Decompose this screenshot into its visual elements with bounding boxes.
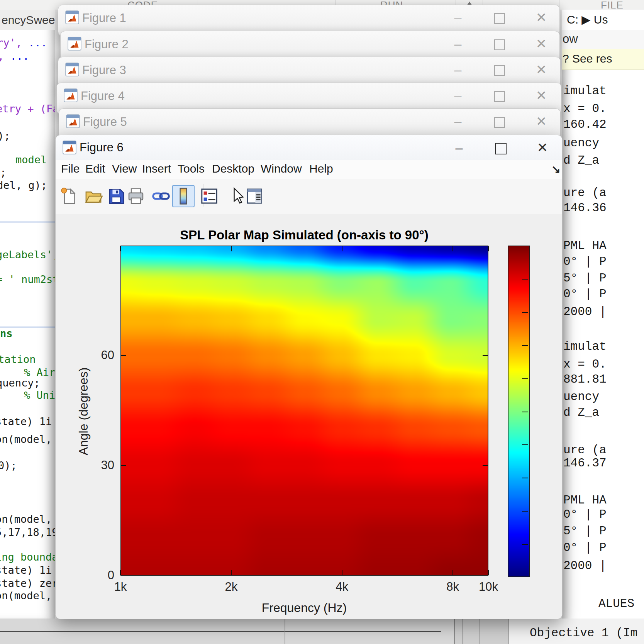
minimize-button[interactable]: – (444, 5, 471, 30)
code-text: 5,17,18,19, (0, 526, 55, 538)
y-tick-label: 60 (87, 348, 114, 362)
close-button[interactable]: ✕ (528, 5, 555, 30)
code-line: 5,17,18,19, (0, 526, 55, 539)
maximize-button[interactable] (486, 109, 513, 134)
code-text: on(model, (0, 513, 55, 525)
panel-divider (479, 619, 480, 644)
code-line: on(model, ' (0, 513, 55, 525)
colorbar-tick (522, 279, 528, 280)
command-output-line: 2000 | (563, 559, 607, 573)
figure6-canvas-area: SPL Polar Map Simulated (on-axis to 90°)… (56, 214, 562, 619)
command-window-panel: C: ▶ Us ow ? See res imulatx = 0.160.42u… (562, 10, 644, 644)
command-output-line: uency (563, 390, 599, 403)
breadcrumb-path[interactable]: C: ▶ Us (567, 13, 608, 26)
code-text: % Unif (24, 389, 55, 401)
code-text: ry', (0, 37, 22, 49)
code-line: ; (0, 166, 6, 179)
code-text: ); (0, 130, 10, 142)
command-output-line: uency (563, 136, 599, 150)
command-output-line: PML HA (563, 493, 607, 507)
breadcrumb[interactable]: C: ▶ Us (562, 10, 644, 30)
code-text: ; (0, 166, 6, 178)
code-text: etry + (Far (0, 103, 55, 115)
code-text: on(model, (0, 433, 55, 445)
code-text: , (0, 50, 4, 62)
figure-title: Figure 4 (81, 89, 125, 103)
minimize-button[interactable]: – (444, 57, 471, 82)
colorbar-tick (522, 511, 528, 512)
code-text: ns (0, 327, 13, 339)
code-line: on(model, " (0, 590, 55, 602)
command-output-line: imulat (563, 84, 607, 98)
close-button[interactable]: ✕ (528, 83, 555, 108)
maximize-button[interactable] (486, 57, 513, 82)
code-line: del, g); (0, 179, 47, 192)
code-line: quency; (0, 377, 40, 389)
x-tick (452, 570, 453, 575)
code-line: model (15, 154, 47, 166)
x-tick-top (120, 246, 121, 251)
colorbar-tick (522, 544, 528, 545)
y-tick-right (483, 465, 488, 466)
command-output-line: 0° | P (563, 255, 607, 268)
y-axis-label: Angle (degrees) (76, 350, 91, 473)
code-line: , ... (0, 50, 29, 63)
code-text: ... (4, 50, 29, 62)
y-tick-label: 0 (87, 568, 114, 582)
colorbar-tick (522, 378, 528, 379)
code-text: = ' num2st (0, 273, 55, 285)
maximize-button[interactable] (486, 5, 513, 30)
code-line: state) zero (0, 577, 55, 590)
colorbar-tick (522, 312, 528, 313)
command-output-line: 5° | P (563, 271, 607, 285)
matlab-desktop: CODERUNFILE encySweep ry', ..., ...etry … (0, 0, 644, 644)
code-line: tation (0, 353, 36, 366)
command-output-line: imulat (563, 340, 607, 353)
heatmap-canvas[interactable] (121, 246, 488, 575)
toolstrip-section-file: FILE (601, 0, 624, 10)
minimize-button[interactable]: – (444, 31, 471, 56)
code-line: on(model, ' (0, 433, 55, 446)
code-line: ); (0, 130, 10, 142)
x-tick-top (342, 246, 342, 251)
editor-tab-strip: encySweep (0, 10, 55, 30)
command-output-line: 881.81 (563, 373, 607, 386)
code-line: ing boundar (0, 551, 55, 563)
command-output-line: ure (a (563, 443, 607, 457)
code-line: etry + (Far (0, 103, 55, 115)
heatmap-plot[interactable] (120, 246, 488, 576)
close-button[interactable]: ✕ (528, 31, 555, 56)
colorbar-tick (522, 444, 528, 445)
resources-banner-text: ? See res (563, 52, 612, 65)
minimize-button[interactable]: – (444, 109, 471, 134)
minimize-button[interactable]: – (444, 83, 471, 108)
x-tick-label: 4k (325, 580, 359, 594)
code-text: ing boundar (0, 551, 55, 563)
x-tick (231, 570, 232, 575)
figure-title: Figure 5 (83, 115, 127, 129)
code-line: ry', ... (0, 37, 47, 49)
command-output-line: 160.42 (563, 118, 607, 131)
code-line: geLabels', (0, 249, 55, 261)
command-output-line: 146.36 (563, 201, 607, 215)
colorbar-tick (522, 412, 528, 412)
close-button[interactable]: ✕ (528, 57, 555, 82)
editor-panel: encySweep ry', ..., ...etry + (Far);mode… (0, 10, 55, 619)
x-tick-top (452, 246, 453, 251)
code-section-divider (0, 327, 55, 327)
code-text: quency; (0, 377, 40, 389)
plot-title: SPL Polar Map Simulated (on-axis to 90°) (150, 228, 459, 242)
panel-divider (463, 619, 463, 644)
resources-banner[interactable]: ? See res (562, 49, 644, 70)
x-axis-label: Frequency (Hz) (227, 601, 381, 615)
code-text: state) 1i (0, 415, 55, 427)
maximize-button[interactable] (486, 31, 513, 56)
window-edge-band (454, 619, 508, 644)
code-text: state) 1i (0, 564, 55, 576)
code-line: state) 1i * (0, 415, 55, 428)
maximize-button[interactable] (486, 83, 513, 108)
command-output-line: 0° | P (563, 541, 607, 554)
close-button[interactable]: ✕ (528, 109, 555, 134)
command-output-line: x = 0. (563, 358, 607, 371)
editor-tab[interactable]: encySweep (2, 14, 55, 27)
